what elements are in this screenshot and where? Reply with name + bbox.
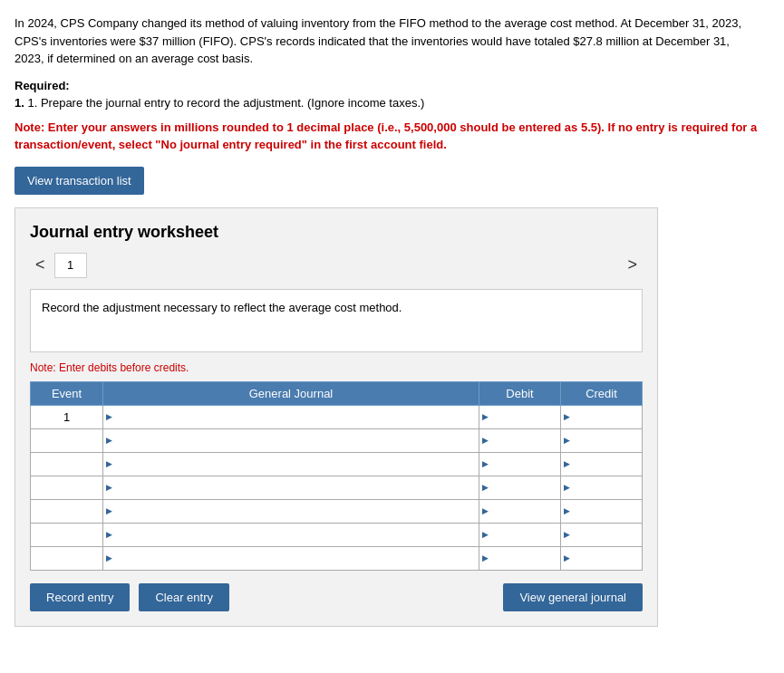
prev-page-button[interactable]: < xyxy=(30,255,51,274)
debits-note: Note: Enter debits before credits. xyxy=(30,361,643,374)
required-label: Required: xyxy=(15,79,769,92)
credit-input[interactable] xyxy=(561,476,642,499)
table-row xyxy=(31,452,643,476)
credit-input[interactable] xyxy=(561,547,642,570)
debit-cell[interactable] xyxy=(479,499,561,523)
credit-cell[interactable] xyxy=(561,546,643,570)
event-cell xyxy=(31,476,103,499)
col-header-debit: Debit xyxy=(479,381,561,405)
table-row xyxy=(31,476,643,499)
general-journal-input[interactable] xyxy=(103,524,479,546)
general-journal-input[interactable] xyxy=(103,406,479,428)
credit-input[interactable] xyxy=(561,406,642,428)
bottom-buttons: Record entry Clear entry View general jo… xyxy=(30,583,643,611)
journal-table: Event General Journal Debit Credit 1 xyxy=(30,381,643,571)
record-entry-button[interactable]: Record entry xyxy=(30,583,130,611)
table-row xyxy=(31,499,643,523)
view-general-journal-button[interactable]: View general journal xyxy=(503,583,643,611)
credit-cell[interactable] xyxy=(561,523,643,546)
event-cell xyxy=(31,546,103,570)
debit-input[interactable] xyxy=(479,453,560,476)
required-section: Required: 1. 1. Prepare the journal entr… xyxy=(15,79,769,110)
clear-entry-button[interactable]: Clear entry xyxy=(139,583,229,611)
credit-cell[interactable] xyxy=(561,476,643,499)
debit-cell[interactable] xyxy=(479,452,561,476)
nav-row: < 1 > xyxy=(30,253,643,278)
table-row xyxy=(31,546,643,570)
event-cell xyxy=(31,452,103,476)
event-cell xyxy=(31,499,103,523)
next-page-button[interactable]: > xyxy=(622,255,643,274)
intro-paragraph: In 2024, CPS Company changed its method … xyxy=(15,14,758,68)
general-journal-input[interactable] xyxy=(103,476,479,499)
general-journal-cell[interactable] xyxy=(103,523,479,546)
table-row: 1 xyxy=(31,405,643,428)
red-note: Note: Enter your answers in millions rou… xyxy=(15,119,758,154)
journal-entry-worksheet: Journal entry worksheet < 1 > Record the… xyxy=(15,207,658,627)
credit-input[interactable] xyxy=(561,500,642,523)
credit-cell[interactable] xyxy=(561,405,643,428)
credit-input[interactable] xyxy=(561,429,642,452)
general-journal-cell[interactable] xyxy=(103,452,479,476)
debit-input[interactable] xyxy=(479,500,560,523)
debit-input[interactable] xyxy=(479,406,560,428)
col-header-general-journal: General Journal xyxy=(103,381,479,405)
event-cell: 1 xyxy=(31,405,103,428)
event-cell xyxy=(31,428,103,452)
debit-cell[interactable] xyxy=(479,405,561,428)
general-journal-cell[interactable] xyxy=(103,499,479,523)
debit-cell[interactable] xyxy=(479,428,561,452)
debit-input[interactable] xyxy=(479,476,560,499)
credit-cell[interactable] xyxy=(561,452,643,476)
credit-cell[interactable] xyxy=(561,499,643,523)
debit-input[interactable] xyxy=(479,547,560,570)
debit-input[interactable] xyxy=(479,524,560,546)
general-journal-input[interactable] xyxy=(103,547,479,570)
credit-cell[interactable] xyxy=(561,428,643,452)
col-header-credit: Credit xyxy=(561,381,643,405)
worksheet-title: Journal entry worksheet xyxy=(30,223,643,242)
general-journal-cell[interactable] xyxy=(103,546,479,570)
debit-cell[interactable] xyxy=(479,546,561,570)
table-row xyxy=(31,428,643,452)
view-transaction-list-button[interactable]: View transaction list xyxy=(15,167,144,195)
general-journal-input[interactable] xyxy=(103,429,479,452)
general-journal-cell[interactable] xyxy=(103,428,479,452)
general-journal-cell[interactable] xyxy=(103,405,479,428)
debit-input[interactable] xyxy=(479,429,560,452)
page-number: 1 xyxy=(54,253,87,278)
required-item1: 1. 1. Prepare the journal entry to recor… xyxy=(15,96,769,110)
col-header-event: Event xyxy=(31,381,103,405)
general-journal-cell[interactable] xyxy=(103,476,479,499)
worksheet-description: Record the adjustment necessary to refle… xyxy=(30,289,643,352)
debit-cell[interactable] xyxy=(479,476,561,499)
event-cell xyxy=(31,523,103,546)
credit-input[interactable] xyxy=(561,453,642,476)
general-journal-input[interactable] xyxy=(103,453,479,476)
credit-input[interactable] xyxy=(561,524,642,546)
general-journal-input[interactable] xyxy=(103,500,479,523)
debit-cell[interactable] xyxy=(479,523,561,546)
table-row xyxy=(31,523,643,546)
